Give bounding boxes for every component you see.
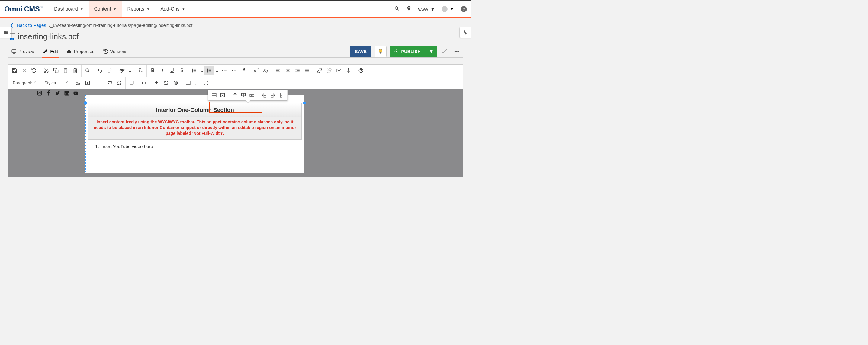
save-icon[interactable]: [10, 66, 19, 75]
align-right-icon[interactable]: [293, 66, 302, 75]
expand-icon[interactable]: [440, 46, 450, 57]
bullet-list-icon[interactable]: [189, 66, 199, 75]
publish-button[interactable]: PUBLISH ▼: [390, 46, 437, 57]
delete-col-icon[interactable]: [277, 92, 285, 99]
align-center-icon[interactable]: [283, 66, 293, 75]
instagram-icon[interactable]: [37, 90, 42, 98]
component-icon[interactable]: [161, 78, 171, 88]
blockquote-icon[interactable]: ❝: [239, 66, 249, 75]
linkedin-icon[interactable]: [64, 90, 69, 98]
snippet-body[interactable]: Insert YouTube video here: [88, 140, 302, 153]
dropdown-icon[interactable]: ⌄: [214, 66, 220, 75]
insert-col-before-icon[interactable]: [260, 92, 269, 99]
nav-reports[interactable]: Reports▼: [122, 1, 155, 18]
resize-handle[interactable]: [303, 102, 306, 104]
source-icon[interactable]: [139, 78, 149, 88]
svg-point-30: [192, 70, 193, 71]
unlink-icon[interactable]: [324, 66, 334, 75]
editable-region[interactable]: Interior One-Column Section Insert conte…: [86, 95, 304, 173]
linebreak-icon[interactable]: [105, 78, 115, 88]
gadgets-toggle[interactable]: [460, 27, 471, 38]
spellcheck-icon[interactable]: ABC: [117, 66, 127, 75]
chevron-down-icon: ▼: [182, 7, 185, 11]
superscript-icon[interactable]: X2: [251, 66, 261, 75]
image-icon[interactable]: [73, 78, 83, 88]
cut-icon[interactable]: [41, 66, 51, 75]
tab-edit[interactable]: Edit: [42, 45, 59, 58]
redo-icon[interactable]: [105, 66, 115, 75]
assets-icon[interactable]: [127, 78, 136, 88]
find-icon[interactable]: [83, 66, 92, 75]
fullscreen-icon[interactable]: [201, 78, 211, 88]
bold-icon[interactable]: B: [148, 66, 158, 75]
paste-text-icon[interactable]: [70, 66, 80, 75]
tab-versions[interactable]: Versions: [102, 46, 129, 57]
clear-format-icon[interactable]: T: [135, 66, 145, 75]
site-selector[interactable]: www▼: [418, 7, 435, 12]
undo-icon[interactable]: [95, 66, 105, 75]
close-icon[interactable]: [19, 66, 29, 75]
youtube-icon[interactable]: [73, 90, 79, 98]
hr-icon[interactable]: [95, 78, 105, 88]
back-to-pages-link[interactable]: Back to Pages: [17, 23, 46, 28]
facebook-icon[interactable]: [46, 90, 51, 98]
svg-point-23: [86, 69, 89, 71]
resize-handle[interactable]: [84, 102, 87, 104]
tab-preview[interactable]: Preview: [10, 46, 36, 57]
svg-point-83: [40, 92, 41, 92]
number-list-icon[interactable]: 123: [205, 66, 214, 75]
insert-row-before-icon[interactable]: [231, 92, 239, 99]
indent-icon[interactable]: [229, 66, 239, 75]
svg-point-6: [396, 51, 398, 52]
underline-icon[interactable]: U: [167, 66, 177, 75]
mailto-icon[interactable]: [334, 66, 344, 75]
publish-dropdown[interactable]: ▼: [425, 46, 437, 57]
video-icon[interactable]: [83, 78, 92, 88]
restore-icon[interactable]: [29, 66, 39, 75]
svg-line-1: [398, 9, 399, 10]
editor-canvas[interactable]: Interior One-Column Section Insert conte…: [8, 89, 463, 177]
breadcrumb: ❮ Back to Pages /_uw-team-testing/omni-t…: [8, 18, 463, 31]
help-toolbar-icon[interactable]: [356, 66, 366, 75]
location-icon[interactable]: [406, 6, 412, 12]
svg-rect-2: [12, 50, 16, 53]
paste-icon[interactable]: [61, 66, 70, 75]
insert-row-after-icon[interactable]: [239, 92, 248, 99]
delete-table-icon[interactable]: [218, 92, 227, 99]
nav-content[interactable]: Content▼: [89, 1, 122, 18]
form-icon[interactable]: [171, 78, 181, 88]
align-left-icon[interactable]: [273, 66, 283, 75]
nav-addons[interactable]: Add-Ons▼: [155, 1, 190, 18]
insert-col-after-icon[interactable]: [269, 92, 277, 99]
dropdown-icon[interactable]: ⌄: [193, 78, 198, 88]
dropdown-icon[interactable]: ⌄: [199, 66, 205, 75]
lightbulb-button[interactable]: [374, 46, 386, 57]
link-icon[interactable]: [315, 66, 324, 75]
styles-select[interactable]: Styles: [41, 78, 65, 88]
nav-dashboard[interactable]: Dashboard▼: [49, 1, 89, 18]
table-properties-icon[interactable]: [210, 92, 218, 99]
align-justify-icon[interactable]: [302, 66, 312, 75]
special-char-icon[interactable]: Ω: [115, 78, 124, 88]
snippet-icon[interactable]: [152, 78, 161, 88]
search-icon[interactable]: [394, 6, 400, 12]
tab-properties[interactable]: Properties: [65, 46, 95, 57]
copy-icon[interactable]: [51, 66, 61, 75]
help-icon[interactable]: ?: [461, 6, 467, 12]
page-title: inserting-links.pcf: [8, 31, 463, 45]
dropdown-icon[interactable]: ⌄: [127, 66, 133, 75]
subscript-icon[interactable]: X2: [261, 66, 271, 75]
save-button[interactable]: SAVE: [350, 46, 371, 57]
table-icon[interactable]: [183, 78, 193, 88]
paragraph-select[interactable]: Paragraph: [10, 78, 41, 88]
twitter-icon[interactable]: [55, 90, 60, 98]
more-icon[interactable]: •••: [453, 47, 461, 56]
strikethrough-icon[interactable]: S: [177, 66, 187, 75]
anchor-icon[interactable]: [344, 66, 353, 75]
user-menu[interactable]: ▼: [441, 6, 454, 12]
delete-row-icon[interactable]: [248, 92, 256, 99]
italic-icon[interactable]: I: [158, 66, 167, 75]
outdent-icon[interactable]: [220, 66, 229, 75]
list-item[interactable]: Insert YouTube video here: [100, 144, 295, 149]
snippet-header[interactable]: Interior One-Column Section: [88, 103, 302, 117]
